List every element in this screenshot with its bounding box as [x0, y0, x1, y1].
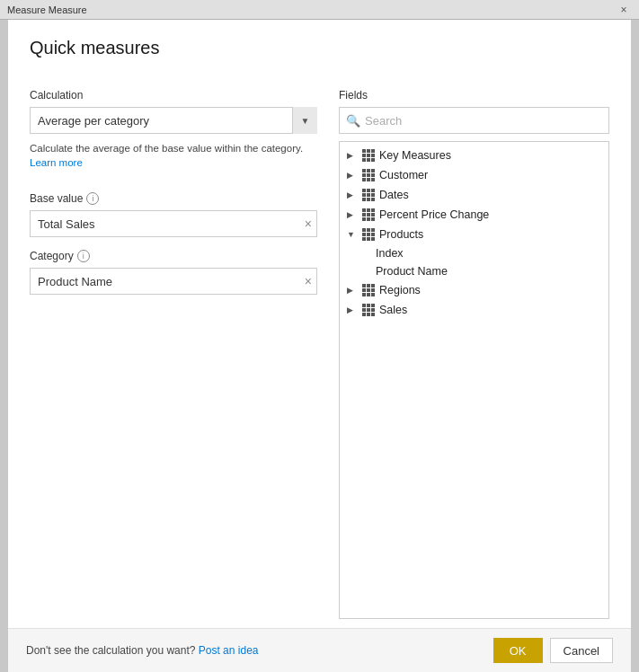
category-info-icon[interactable]: i — [77, 250, 90, 262]
tree-item-products[interactable]: ▼ Products — [340, 225, 608, 244]
base-value-input[interactable] — [30, 210, 317, 237]
tree-label-dates: Dates — [379, 189, 409, 201]
dialog-footer: Don't see the calculation you want? Post… — [8, 628, 631, 672]
footer-right: OK Cancel — [493, 638, 613, 663]
dialog-header: Quick measures — [8, 20, 631, 80]
category-clear-icon[interactable]: × — [305, 275, 312, 287]
left-panel: Calculation Average per category Average… — [30, 89, 317, 619]
ok-button[interactable]: OK — [493, 638, 543, 663]
tree-label-customer: Customer — [379, 169, 428, 181]
base-value-label: Base value i — [30, 192, 317, 205]
tree-label-sales: Sales — [379, 304, 407, 316]
footer-left-text: Don't see the calculation you want? — [26, 644, 195, 657]
tree-item-regions[interactable]: ▶ Regions — [340, 280, 608, 300]
tree-label-regions: Regions — [379, 284, 421, 296]
dialog: Quick measures Calculation Average per c… — [8, 20, 631, 672]
right-panel: Fields 🔍 ▶ Key Measures — [339, 89, 609, 619]
tree-item-customer[interactable]: ▶ Customer — [340, 165, 608, 185]
dialog-wrapper: Measure Measure × Quick measures Calcula… — [0, 0, 639, 672]
chevron-regions: ▶ — [347, 286, 358, 295]
table-icon-key-measures — [361, 148, 376, 163]
category-input-wrapper: × — [30, 268, 317, 295]
chevron-customer: ▶ — [347, 171, 358, 180]
calculation-dropdown-wrapper: Average per category Average per categor… — [30, 107, 317, 134]
calculation-label: Calculation — [30, 89, 317, 102]
category-label: Category i — [30, 250, 317, 262]
table-icon-customer — [361, 168, 376, 182]
table-icon-dates — [361, 188, 376, 202]
fields-label: Fields — [339, 89, 609, 102]
tree-label-key-measures: Key Measures — [379, 149, 451, 162]
chevron-products: ▼ — [347, 230, 358, 239]
tree-label-percent-price-change: Percent Price Change — [379, 208, 489, 221]
dialog-body: Calculation Average per category Average… — [8, 80, 631, 628]
tree-child-index[interactable]: Index — [340, 244, 608, 262]
search-input[interactable] — [339, 107, 609, 134]
tree-item-sales[interactable]: ▶ Sales — [340, 300, 608, 320]
table-icon-products — [361, 227, 376, 242]
title-bar-text: Measure Measure — [7, 4, 87, 15]
category-input[interactable] — [30, 268, 317, 295]
base-value-section: Base value i × — [30, 192, 317, 237]
description-row: Calculate the average of the base value … — [30, 141, 317, 169]
base-value-input-wrapper: × — [30, 210, 317, 237]
tree-child-label-product-name: Product Name — [376, 265, 448, 278]
post-idea-link[interactable]: Post an idea — [199, 644, 259, 657]
table-icon-percent-price-change — [361, 208, 376, 222]
calculation-dropdown[interactable]: Average per category Average per categor… — [30, 107, 317, 134]
close-button[interactable]: × — [616, 2, 632, 18]
base-value-info-icon[interactable]: i — [86, 192, 99, 205]
category-section: Category i × — [30, 250, 317, 295]
learn-more-link[interactable]: Learn more — [30, 157, 83, 168]
tree-item-dates[interactable]: ▶ Dates — [340, 185, 608, 205]
search-icon: 🔍 — [346, 114, 360, 128]
tree-item-key-measures[interactable]: ▶ Key Measures — [340, 146, 608, 165]
table-icon-sales — [361, 303, 376, 317]
dialog-title: Quick measures — [30, 38, 609, 58]
tree-child-label-index: Index — [376, 247, 404, 260]
chevron-dates: ▶ — [347, 190, 358, 199]
fields-tree: ▶ Key Measures ▶ Customer — [339, 141, 609, 619]
search-wrapper: 🔍 — [339, 107, 609, 134]
tree-label-products: Products — [379, 228, 423, 241]
base-value-clear-icon[interactable]: × — [305, 217, 312, 230]
chevron-sales: ▶ — [347, 305, 358, 314]
title-bar: Measure Measure × — [0, 0, 639, 20]
table-icon-regions — [361, 283, 376, 297]
cancel-button[interactable]: Cancel — [550, 638, 613, 663]
footer-left: Don't see the calculation you want? Post… — [26, 644, 258, 657]
tree-item-percent-price-change[interactable]: ▶ Percent Price Change — [340, 205, 608, 225]
chevron-percent-price-change: ▶ — [347, 210, 358, 219]
chevron-key-measures: ▶ — [347, 151, 358, 160]
description-text: Calculate the average of the base value … — [30, 143, 303, 154]
tree-child-product-name[interactable]: Product Name — [340, 262, 608, 280]
